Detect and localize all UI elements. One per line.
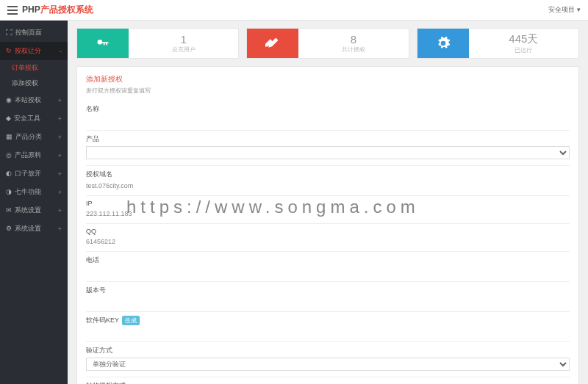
form-panel: 添加新授权 发行双方授权请重复填写 名称 产品 授权域名 IP QQ 电话 版本… xyxy=(76,66,579,384)
key-label: 软件码KEY生成 xyxy=(86,316,570,325)
verify-label: 验证方式 xyxy=(86,346,570,355)
product-label: 产品 xyxy=(86,134,570,144)
key-input[interactable] xyxy=(86,328,570,336)
sidebar: ⛶控制页面 ↻授权让分- 订单授权 添加授权 ◉本站授权+ ◆安全工具+ ▦产品… xyxy=(0,21,68,384)
domain-input[interactable] xyxy=(86,182,570,189)
phone-label: 电话 xyxy=(86,256,570,265)
ip-label: IP xyxy=(86,200,570,207)
sidebar-item-local-auth[interactable]: ◉本站授权+ xyxy=(0,91,68,109)
key-icon xyxy=(77,29,129,58)
stat-card-auth: 8共计授权 xyxy=(246,28,409,59)
sidebar-item-system2[interactable]: ⚙系统设置+ xyxy=(0,220,68,238)
panel-title: 添加新授权 xyxy=(86,74,570,84)
sidebar-item-open[interactable]: ◐口子放开+ xyxy=(0,164,68,183)
gear-icon xyxy=(417,29,469,58)
sidebar-item-category[interactable]: ▦产品分类+ xyxy=(0,128,68,146)
stat-card-runtime: 445天已运行 xyxy=(417,28,579,59)
menu-toggle-icon[interactable] xyxy=(7,6,18,15)
sidebar-item-material[interactable]: ◎产品原料+ xyxy=(0,146,68,164)
tag-icon xyxy=(247,29,298,58)
sidebar-sub-add-auth[interactable]: 添加授权 xyxy=(0,76,68,91)
ip-input[interactable] xyxy=(86,210,570,217)
auth-label: 站的授权方式 xyxy=(86,381,570,384)
sidebar-item-auth[interactable]: ↻授权让分- xyxy=(0,42,68,60)
domain-label: 授权域名 xyxy=(86,170,570,179)
qq-input[interactable] xyxy=(86,238,570,245)
sidebar-item-qiniu[interactable]: ◑七牛功能+ xyxy=(0,183,68,201)
product-select[interactable] xyxy=(86,146,570,159)
panel-subtitle: 发行双方授权请重复填写 xyxy=(86,87,570,95)
version-input[interactable] xyxy=(86,298,570,305)
user-dropdown[interactable]: 安全项目 ▾ xyxy=(548,5,581,15)
name-input[interactable] xyxy=(86,117,570,124)
sidebar-sub-order-auth[interactable]: 订单授权 xyxy=(0,60,68,76)
sidebar-item-system1[interactable]: ✉系统设置+ xyxy=(0,201,68,220)
qq-label: QQ xyxy=(86,228,570,235)
name-label: 名称 xyxy=(86,104,570,114)
sidebar-item-security[interactable]: ◆安全工具+ xyxy=(0,109,68,128)
brand-title: PHP产品授权系统 xyxy=(22,4,93,16)
verify-select[interactable]: 单独分验证 xyxy=(86,358,570,371)
stat-card-users: 1总充用户 xyxy=(76,28,239,59)
generate-badge[interactable]: 生成 xyxy=(122,316,140,325)
version-label: 版本号 xyxy=(86,286,570,295)
sidebar-item-dashboard[interactable]: ⛶控制页面 xyxy=(0,23,68,42)
phone-input[interactable] xyxy=(86,268,570,275)
